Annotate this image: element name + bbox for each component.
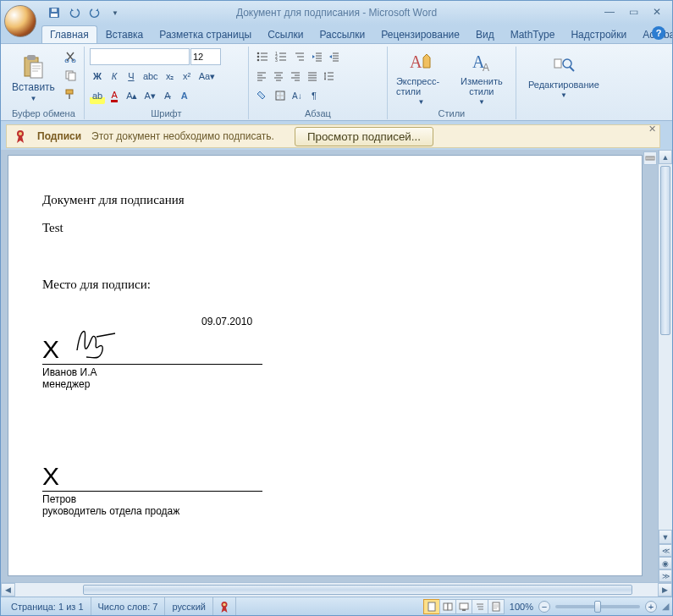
multilevel-list-icon[interactable] (291, 48, 308, 65)
line-spacing-icon[interactable] (322, 68, 337, 85)
quick-styles-label: Экспресс-стили (396, 76, 446, 96)
scroll-thumb[interactable] (660, 166, 670, 335)
close-button[interactable]: ✕ (647, 4, 667, 19)
scroll-right-icon[interactable]: ▶ (658, 583, 672, 597)
quick-styles-button[interactable]: A Экспресс-стили ▼ (393, 48, 450, 108)
tab-references[interactable]: Ссылки (260, 26, 311, 43)
change-styles-button[interactable]: AA Изменить стили ▼ (453, 48, 510, 108)
text-effects-icon[interactable]: A (177, 87, 192, 104)
paste-button[interactable]: Вставить ▼ (8, 48, 58, 108)
shading-icon[interactable] (254, 87, 271, 104)
document-page[interactable]: Документ для подписания Test Место для п… (8, 155, 643, 576)
editing-label: Редактирование (528, 80, 599, 90)
status-page[interactable]: Страница: 1 из 1 (4, 597, 91, 615)
scroll-up-icon[interactable]: ▲ (659, 150, 672, 164)
underline-button[interactable]: Ч (124, 68, 139, 85)
tab-page-layout[interactable]: Разметка страницы (152, 26, 259, 43)
horizontal-scrollbar[interactable]: ◀ ▶ (1, 582, 672, 597)
font-color-icon[interactable]: A (107, 87, 122, 104)
align-right-icon[interactable] (288, 68, 303, 85)
copy-icon[interactable] (62, 67, 79, 84)
status-word-count[interactable]: Число слов: 7 (91, 597, 166, 615)
svg-text:A: A (410, 52, 422, 71)
hscroll-track[interactable] (15, 583, 658, 597)
tab-view[interactable]: Вид (468, 26, 502, 43)
align-left-icon[interactable] (254, 68, 269, 85)
group-font-label: Шрифт (90, 108, 243, 119)
tab-addins[interactable]: Надстройки (563, 26, 634, 43)
font-size-combo[interactable] (190, 48, 221, 65)
signature-x-mark: X (42, 335, 59, 364)
grow-font-icon[interactable]: A▴ (124, 87, 140, 104)
svg-rect-4 (27, 55, 36, 60)
change-case-icon[interactable]: Aa▾ (196, 68, 218, 85)
numbering-icon[interactable]: 123 (273, 48, 290, 65)
tab-home[interactable]: Главная (41, 25, 97, 43)
svg-point-27 (221, 601, 227, 607)
view-outline-icon[interactable] (472, 599, 488, 614)
svg-rect-18 (276, 91, 284, 100)
show-marks-icon[interactable]: ¶ (306, 87, 322, 104)
save-icon[interactable] (45, 3, 63, 22)
signature-block-2[interactable]: X Петров руководитель отдела продаж (42, 458, 262, 517)
qat-customize-icon[interactable]: ▼ (106, 3, 124, 22)
bold-button[interactable]: Ж (90, 68, 105, 85)
undo-icon[interactable] (65, 3, 84, 22)
restore-button[interactable]: ▭ (623, 4, 643, 19)
view-signatures-button[interactable]: Просмотр подписей... (295, 127, 433, 146)
next-page-icon[interactable]: ≫ (659, 569, 672, 582)
scroll-track[interactable] (659, 164, 672, 530)
chevron-down-icon: ▼ (560, 91, 567, 99)
status-language[interactable]: русский (165, 597, 212, 615)
svg-rect-2 (52, 8, 57, 12)
tab-mailings[interactable]: Рассылки (312, 26, 372, 43)
view-web-icon[interactable] (455, 599, 472, 614)
superscript-icon[interactable]: x² (179, 68, 195, 85)
scroll-down-icon[interactable]: ▼ (659, 530, 672, 544)
signature-block-1[interactable]: X Иванов И.А менеджер (42, 331, 262, 390)
scroll-left-icon[interactable]: ◀ (1, 583, 15, 597)
status-signatures-icon[interactable] (213, 597, 236, 615)
italic-button[interactable]: К (107, 68, 122, 85)
minimize-button[interactable]: — (599, 4, 620, 19)
zoom-slider[interactable] (555, 605, 640, 608)
hscroll-thumb[interactable] (83, 585, 632, 595)
strikethrough-icon[interactable]: abc (141, 68, 161, 85)
align-center-icon[interactable] (271, 68, 286, 85)
zoom-out-button[interactable]: − (538, 601, 550, 613)
borders-icon[interactable] (273, 87, 288, 104)
highlight-icon[interactable]: ab (90, 87, 105, 104)
tab-insert[interactable]: Вставка (98, 26, 152, 43)
svg-rect-11 (69, 94, 70, 99)
status-zoom-level[interactable]: 100% (510, 602, 533, 612)
justify-icon[interactable] (305, 68, 320, 85)
help-icon[interactable]: ? (652, 26, 665, 40)
sigbar-close-icon[interactable]: ✕ (648, 124, 656, 135)
decrease-indent-icon[interactable] (310, 48, 325, 65)
prev-page-icon[interactable]: ≪ (659, 544, 672, 557)
cut-icon[interactable] (62, 48, 79, 65)
editing-button[interactable]: Редактирование ▼ (521, 48, 606, 108)
ruler-toggle-icon[interactable] (643, 151, 657, 165)
redo-icon[interactable] (86, 3, 104, 22)
office-button[interactable] (4, 5, 36, 37)
resize-grip-icon[interactable]: ◢ (657, 601, 669, 612)
browse-object-icon[interactable]: ◉ (659, 557, 672, 569)
signature-place-label: Место для подписи: (42, 278, 608, 292)
view-fullscreen-icon[interactable] (439, 599, 456, 614)
shrink-font-icon[interactable]: A▾ (141, 87, 157, 104)
view-draft-icon[interactable] (488, 599, 505, 614)
format-painter-icon[interactable] (62, 85, 79, 102)
zoom-slider-thumb[interactable] (594, 601, 601, 613)
zoom-in-button[interactable]: + (645, 601, 657, 613)
clear-formatting-icon[interactable]: A̶ (160, 87, 175, 104)
tab-mathtype[interactable]: MathType (503, 26, 563, 43)
font-name-combo[interactable] (90, 48, 190, 65)
view-print-layout-icon[interactable] (423, 599, 440, 614)
sort-icon[interactable]: A↓ (290, 87, 305, 104)
tab-review[interactable]: Рецензирование (373, 26, 467, 43)
vertical-scrollbar[interactable]: ▲ ▼ ≪ ◉ ≫ (658, 150, 672, 582)
subscript-icon[interactable]: x₂ (163, 68, 178, 85)
bullets-icon[interactable] (254, 48, 271, 65)
increase-indent-icon[interactable] (327, 48, 342, 65)
